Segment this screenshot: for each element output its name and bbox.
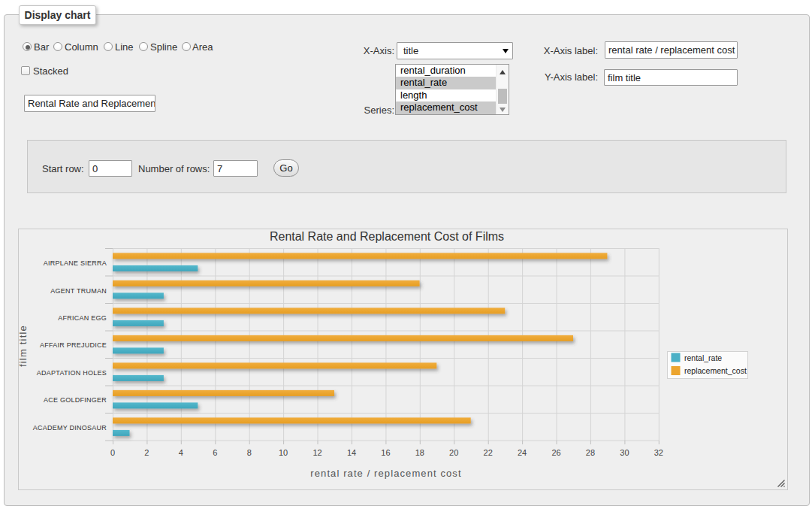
svg-text:16: 16 bbox=[381, 448, 390, 457]
svg-text:26: 26 bbox=[551, 448, 560, 457]
svg-text:28: 28 bbox=[586, 448, 595, 457]
svg-text:8: 8 bbox=[247, 448, 252, 457]
svg-text:film title: film title bbox=[19, 325, 29, 367]
svg-text:6: 6 bbox=[213, 448, 217, 457]
svg-text:ADAPTATION HOLES: ADAPTATION HOLES bbox=[37, 369, 107, 377]
svg-text:22: 22 bbox=[484, 448, 493, 457]
svg-text:18: 18 bbox=[415, 448, 424, 457]
svg-text:32: 32 bbox=[654, 448, 663, 457]
svg-text:replacement_cost: replacement_cost bbox=[684, 366, 747, 375]
svg-text:4: 4 bbox=[179, 448, 183, 457]
svg-text:2: 2 bbox=[144, 448, 149, 457]
svg-text:20: 20 bbox=[449, 448, 458, 457]
svg-text:AFFAIR PREJUDICE: AFFAIR PREJUDICE bbox=[40, 341, 107, 349]
svg-text:ACE GOLDFINGER: ACE GOLDFINGER bbox=[44, 396, 107, 404]
svg-text:30: 30 bbox=[620, 448, 629, 457]
svg-text:rental_rate: rental_rate bbox=[684, 353, 722, 362]
svg-text:ACADEMY DINOSAUR: ACADEMY DINOSAUR bbox=[33, 424, 107, 432]
svg-text:AGENT TRUMAN: AGENT TRUMAN bbox=[50, 287, 107, 295]
svg-text:0: 0 bbox=[110, 448, 115, 457]
svg-text:12: 12 bbox=[312, 448, 321, 457]
svg-text:AFRICAN EGG: AFRICAN EGG bbox=[58, 314, 107, 322]
svg-text:24: 24 bbox=[518, 448, 527, 457]
svg-text:14: 14 bbox=[347, 448, 356, 457]
svg-text:Rental Rate and Replacement Co: Rental Rate and Replacement Cost of Film… bbox=[270, 230, 504, 243]
svg-text:10: 10 bbox=[279, 448, 288, 457]
svg-text:AIRPLANE SIERRA: AIRPLANE SIERRA bbox=[44, 259, 107, 267]
svg-text:rental rate / replacement cost: rental rate / replacement cost bbox=[310, 468, 461, 479]
